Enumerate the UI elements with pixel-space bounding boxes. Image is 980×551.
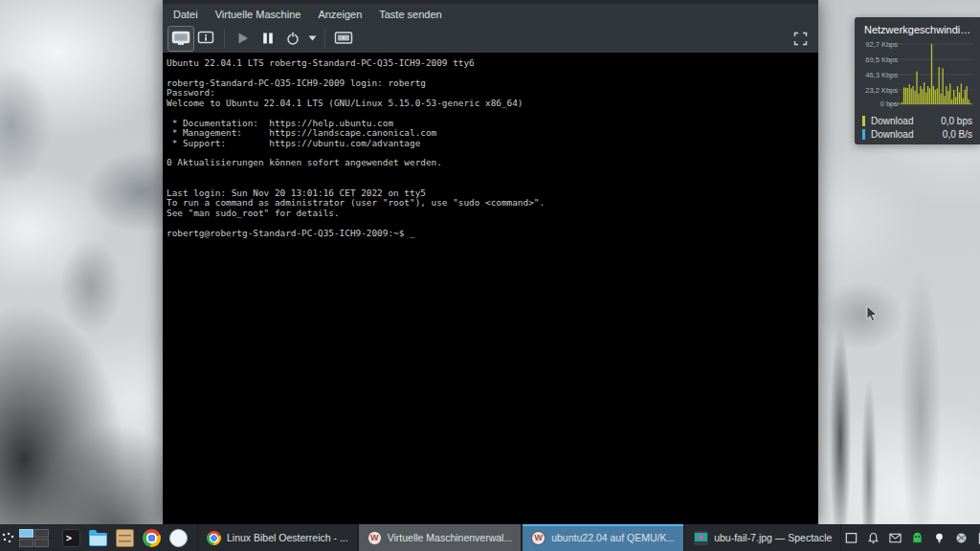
network-graph-svg xyxy=(888,41,973,108)
legend-value: 0,0 B/s xyxy=(943,129,972,140)
task-label: ubuntu22.04 auf QEMU/K... xyxy=(551,532,675,543)
task-app-icon xyxy=(531,531,546,545)
legend-swatch xyxy=(862,116,865,126)
virtual-desktop-pager xyxy=(19,529,49,547)
menubar-item[interactable]: Taste senden xyxy=(370,7,450,22)
toolbar-separator xyxy=(224,29,225,48)
fullscreen-icon xyxy=(793,32,808,46)
display-icon xyxy=(334,31,353,46)
terminal-line: robertg-Standard-PC-Q35-ICH9-2009 login:… xyxy=(167,78,818,88)
legend-label: Download xyxy=(871,116,941,126)
bell-icon[interactable] xyxy=(863,526,883,549)
task-label: ubu-fail-7.jpg — Spectacle xyxy=(714,532,832,543)
ghost-icon[interactable] xyxy=(907,526,927,549)
legend-label: Download xyxy=(871,129,943,140)
vm-toolbar xyxy=(163,24,818,53)
legend-swatch xyxy=(862,129,865,140)
pager-desktop-3[interactable] xyxy=(19,539,33,547)
play-icon xyxy=(235,31,251,46)
caret-down-icon xyxy=(308,35,317,41)
konsole-icon[interactable]: > xyxy=(62,529,80,547)
pager-desktop-2[interactable] xyxy=(34,529,49,538)
app-launcher-button[interactable] xyxy=(2,526,13,549)
legend-value: 0,0 bps xyxy=(941,116,972,126)
monitor-icon xyxy=(171,31,190,46)
task-manager: Linux Bibel Oesterreich - ... Virtuelle … xyxy=(197,524,841,551)
terminal-line: Ubuntu 22.04.1 LTS robertg-Standard-PC-Q… xyxy=(167,58,818,68)
pause-icon xyxy=(260,31,276,46)
task-app-icon xyxy=(694,531,708,545)
toolbar-separator xyxy=(324,29,325,48)
pager-desktop-4[interactable] xyxy=(34,539,49,547)
shutdown-button[interactable] xyxy=(280,27,305,51)
task-button[interactable]: ubu-fail-7.jpg — Spectacle xyxy=(684,524,841,551)
pause-button[interactable] xyxy=(256,27,280,51)
network-speed-widget: Netzwerkgeschwindi… 92,7 Kbps69,5 Kbps46… xyxy=(855,17,980,144)
bulb-icon[interactable] xyxy=(929,526,949,549)
quick-launch-area: > xyxy=(62,529,188,547)
power-icon xyxy=(285,31,301,46)
shutdown-menu-caret[interactable] xyxy=(305,27,319,51)
terminal-line: 0 Aktualisierungen können sofort angewen… xyxy=(167,158,818,167)
task-button[interactable]: Linux Bibel Oesterreich - ... xyxy=(197,524,358,551)
task-button[interactable]: ubuntu22.04 auf QEMU/K... xyxy=(522,524,684,551)
display-button[interactable] xyxy=(331,27,356,51)
run-button[interactable] xyxy=(231,27,256,51)
terminal-line: robertg@robertg-Standard-PC-Q35-ICH9-200… xyxy=(167,229,818,238)
task-app-icon xyxy=(368,531,382,545)
virt-manager-window: DateiVirtuelle MaschineAnzeigenTaste sen… xyxy=(163,0,818,524)
mouse-cursor xyxy=(866,305,878,322)
menubar-item[interactable]: Virtuelle Maschine xyxy=(207,7,310,22)
menubar-item[interactable]: Datei xyxy=(165,7,207,22)
legend-row: Download 0,0 bps xyxy=(862,114,972,127)
file-cabinet-icon[interactable] xyxy=(116,529,134,547)
info-bubble-icon xyxy=(197,31,214,46)
legend-row: Download 0,0 B/s xyxy=(862,127,972,141)
show-details-button[interactable] xyxy=(193,27,218,51)
vm-menubar: DateiVirtuelle MaschineAnzeigenTaste sen… xyxy=(163,4,818,24)
launcher-icon xyxy=(2,532,13,543)
dolphin-folder-icon[interactable] xyxy=(89,533,107,546)
pager-desktop-1[interactable] xyxy=(19,529,33,538)
menubar-item[interactable]: Anzeigen xyxy=(309,7,370,22)
circle-app-icon[interactable] xyxy=(169,529,188,547)
task-app-icon xyxy=(207,531,221,545)
mail-icon[interactable] xyxy=(885,526,905,549)
window-outline-icon[interactable] xyxy=(841,526,861,549)
terminal-line xyxy=(167,168,818,178)
clipboard-icon[interactable] xyxy=(973,526,980,549)
terminal-line: Welcome to Ubuntu 22.04.1 LTS (GNU/Linux… xyxy=(167,99,818,108)
taskbar: > Linux Bibel Oesterreich - ... Virtuell… xyxy=(0,524,980,551)
fullscreen-button[interactable] xyxy=(788,27,813,51)
chrome-icon[interactable] xyxy=(143,529,161,547)
globe-icon[interactable] xyxy=(951,526,971,549)
terminal-line: See "man sudo_root" for details. xyxy=(167,209,818,218)
network-chart: 92,7 Kbps69,5 Kbps46,3 Kbps23,2 Kbps0 bp… xyxy=(862,41,972,108)
vm-terminal-console[interactable]: Ubuntu 22.04.1 LTS robertg-Standard-PC-Q… xyxy=(163,53,818,524)
task-label: Linux Bibel Oesterreich - ... xyxy=(227,532,348,543)
chart-legend: Download 0,0 bps Download 0,0 B/s xyxy=(862,114,972,141)
system-tray: 13:05 20.11.22 xyxy=(841,526,980,549)
terminal-line: * Support: https://ubuntu.com/advantage xyxy=(167,139,818,148)
task-label: Virtuelle Maschinenverwal... xyxy=(388,532,513,543)
task-button[interactable]: Virtuelle Maschinenverwal... xyxy=(358,524,523,551)
widget-title: Netzwerkgeschwindi… xyxy=(864,24,972,35)
graphical-console-button[interactable] xyxy=(168,27,193,51)
